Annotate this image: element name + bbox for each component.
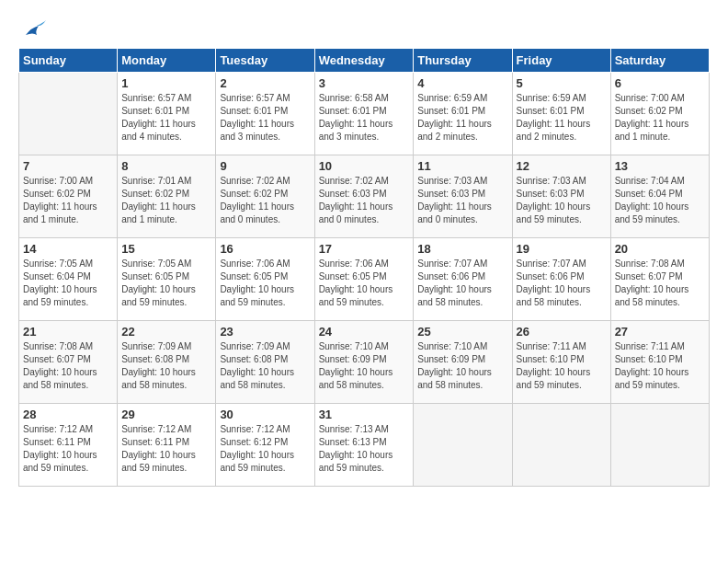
day-of-week-header: Wednesday [314, 49, 414, 73]
calendar-day-cell: 22Sunrise: 7:09 AM Sunset: 6:08 PM Dayli… [118, 321, 216, 404]
day-info: Sunrise: 7:01 AM Sunset: 6:02 PM Dayligh… [121, 175, 211, 226]
calendar-day-cell: 9Sunrise: 7:02 AM Sunset: 6:02 PM Daylig… [216, 155, 314, 238]
calendar-day-cell: 10Sunrise: 7:02 AM Sunset: 6:03 PM Dayli… [314, 155, 414, 238]
day-info: Sunrise: 7:00 AM Sunset: 6:02 PM Dayligh… [23, 175, 113, 226]
day-info: Sunrise: 7:02 AM Sunset: 6:03 PM Dayligh… [319, 175, 410, 226]
day-number: 28 [23, 408, 113, 421]
day-of-week-header: Saturday [610, 49, 709, 73]
day-number: 13 [615, 159, 705, 173]
calendar-day-cell: 12Sunrise: 7:03 AM Sunset: 6:03 PM Dayli… [512, 155, 610, 238]
calendar-week-row: 7Sunrise: 7:00 AM Sunset: 6:02 PM Daylig… [19, 155, 710, 238]
day-info: Sunrise: 7:03 AM Sunset: 6:03 PM Dayligh… [517, 175, 607, 226]
calendar-day-cell: 19Sunrise: 7:07 AM Sunset: 6:06 PM Dayli… [512, 238, 610, 321]
day-number: 15 [121, 242, 211, 256]
calendar-week-row: 1Sunrise: 6:57 AM Sunset: 6:01 PM Daylig… [19, 73, 710, 155]
day-info: Sunrise: 7:06 AM Sunset: 6:05 PM Dayligh… [319, 258, 410, 309]
calendar-week-row: 14Sunrise: 7:05 AM Sunset: 6:04 PM Dayli… [19, 238, 710, 321]
calendar-day-cell: 4Sunrise: 6:59 AM Sunset: 6:01 PM Daylig… [414, 73, 512, 155]
calendar-day-cell: 15Sunrise: 7:05 AM Sunset: 6:05 PM Dayli… [118, 238, 216, 321]
day-number: 27 [615, 325, 705, 339]
day-info: Sunrise: 6:59 AM Sunset: 6:01 PM Dayligh… [517, 92, 607, 144]
day-number: 6 [615, 76, 705, 90]
day-of-week-header: Friday [512, 49, 610, 73]
calendar-day-cell: 11Sunrise: 7:03 AM Sunset: 6:03 PM Dayli… [414, 155, 512, 238]
day-info: Sunrise: 7:08 AM Sunset: 6:07 PM Dayligh… [23, 340, 113, 392]
day-info: Sunrise: 7:09 AM Sunset: 6:08 PM Dayligh… [220, 340, 310, 392]
day-number: 20 [615, 242, 705, 256]
calendar-day-cell: 7Sunrise: 7:00 AM Sunset: 6:02 PM Daylig… [19, 155, 118, 238]
day-number: 29 [121, 408, 211, 421]
calendar-day-cell: 17Sunrise: 7:06 AM Sunset: 6:05 PM Dayli… [314, 238, 414, 321]
day-info: Sunrise: 7:10 AM Sunset: 6:09 PM Dayligh… [319, 340, 410, 392]
logo [18, 18, 51, 40]
day-number: 5 [517, 76, 607, 90]
day-number: 21 [23, 325, 113, 339]
day-of-week-header: Tuesday [216, 49, 314, 73]
day-info: Sunrise: 6:57 AM Sunset: 6:01 PM Dayligh… [121, 92, 211, 144]
day-info: Sunrise: 7:09 AM Sunset: 6:08 PM Dayligh… [121, 340, 211, 392]
calendar-day-cell: 8Sunrise: 7:01 AM Sunset: 6:02 PM Daylig… [118, 155, 216, 238]
calendar-day-cell: 29Sunrise: 7:12 AM Sunset: 6:11 PM Dayli… [118, 404, 216, 487]
calendar-day-cell [512, 404, 610, 487]
calendar-day-cell: 16Sunrise: 7:06 AM Sunset: 6:05 PM Dayli… [216, 238, 314, 321]
day-number: 30 [220, 408, 310, 421]
day-number: 9 [220, 159, 310, 173]
calendar-week-row: 21Sunrise: 7:08 AM Sunset: 6:07 PM Dayli… [19, 321, 710, 404]
calendar-day-cell [414, 404, 512, 487]
day-info: Sunrise: 7:00 AM Sunset: 6:02 PM Dayligh… [615, 92, 705, 144]
day-number: 26 [517, 325, 607, 339]
calendar-table: SundayMondayTuesdayWednesdayThursdayFrid… [18, 48, 710, 487]
calendar-day-cell: 21Sunrise: 7:08 AM Sunset: 6:07 PM Dayli… [19, 321, 118, 404]
day-info: Sunrise: 7:03 AM Sunset: 6:03 PM Dayligh… [417, 175, 507, 226]
day-number: 14 [23, 242, 113, 256]
calendar-day-cell: 20Sunrise: 7:08 AM Sunset: 6:07 PM Dayli… [610, 238, 709, 321]
calendar-week-row: 28Sunrise: 7:12 AM Sunset: 6:11 PM Dayli… [19, 404, 710, 487]
day-number: 25 [417, 325, 507, 339]
day-info: Sunrise: 6:59 AM Sunset: 6:01 PM Dayligh… [417, 92, 507, 144]
day-of-week-header: Sunday [19, 49, 118, 73]
calendar-day-cell: 1Sunrise: 6:57 AM Sunset: 6:01 PM Daylig… [118, 73, 216, 155]
day-number: 12 [517, 159, 607, 173]
day-info: Sunrise: 7:02 AM Sunset: 6:02 PM Dayligh… [220, 175, 310, 226]
day-number: 10 [319, 159, 410, 173]
day-info: Sunrise: 7:06 AM Sunset: 6:05 PM Dayligh… [220, 258, 310, 309]
day-info: Sunrise: 7:13 AM Sunset: 6:13 PM Dayligh… [319, 423, 410, 475]
day-number: 4 [417, 76, 507, 90]
day-number: 18 [417, 242, 507, 256]
day-info: Sunrise: 6:57 AM Sunset: 6:01 PM Dayligh… [220, 92, 310, 144]
logo-bird-icon [18, 18, 48, 40]
calendar-day-cell [19, 73, 118, 155]
day-info: Sunrise: 7:12 AM Sunset: 6:12 PM Dayligh… [220, 423, 310, 475]
day-info: Sunrise: 7:07 AM Sunset: 6:06 PM Dayligh… [417, 258, 507, 309]
day-number: 8 [121, 159, 211, 173]
calendar-body: 1Sunrise: 6:57 AM Sunset: 6:01 PM Daylig… [19, 73, 710, 487]
calendar-day-cell: 3Sunrise: 6:58 AM Sunset: 6:01 PM Daylig… [314, 73, 414, 155]
day-info: Sunrise: 7:04 AM Sunset: 6:04 PM Dayligh… [615, 175, 705, 226]
calendar-day-cell: 24Sunrise: 7:10 AM Sunset: 6:09 PM Dayli… [314, 321, 414, 404]
calendar-day-cell: 27Sunrise: 7:11 AM Sunset: 6:10 PM Dayli… [610, 321, 709, 404]
day-info: Sunrise: 6:58 AM Sunset: 6:01 PM Dayligh… [319, 92, 410, 144]
calendar-day-cell: 25Sunrise: 7:10 AM Sunset: 6:09 PM Dayli… [414, 321, 512, 404]
day-of-week-header: Monday [118, 49, 216, 73]
day-info: Sunrise: 7:10 AM Sunset: 6:09 PM Dayligh… [417, 340, 507, 392]
day-number: 2 [220, 76, 310, 90]
day-number: 7 [23, 159, 113, 173]
calendar-day-cell: 6Sunrise: 7:00 AM Sunset: 6:02 PM Daylig… [610, 73, 709, 155]
calendar-day-cell: 28Sunrise: 7:12 AM Sunset: 6:11 PM Dayli… [19, 404, 118, 487]
day-number: 11 [417, 159, 507, 173]
day-info: Sunrise: 7:11 AM Sunset: 6:10 PM Dayligh… [517, 340, 607, 392]
day-number: 31 [319, 408, 410, 421]
day-info: Sunrise: 7:05 AM Sunset: 6:05 PM Dayligh… [121, 258, 211, 309]
day-number: 17 [319, 242, 410, 256]
day-number: 1 [121, 76, 211, 90]
day-number: 3 [319, 76, 410, 90]
calendar-day-cell [610, 404, 709, 487]
page-header [18, 18, 710, 40]
calendar-day-cell: 14Sunrise: 7:05 AM Sunset: 6:04 PM Dayli… [19, 238, 118, 321]
day-info: Sunrise: 7:08 AM Sunset: 6:07 PM Dayligh… [615, 258, 705, 309]
calendar-day-cell: 31Sunrise: 7:13 AM Sunset: 6:13 PM Dayli… [314, 404, 414, 487]
calendar-day-cell: 5Sunrise: 6:59 AM Sunset: 6:01 PM Daylig… [512, 73, 610, 155]
day-info: Sunrise: 7:12 AM Sunset: 6:11 PM Dayligh… [23, 423, 113, 475]
calendar-day-cell: 13Sunrise: 7:04 AM Sunset: 6:04 PM Dayli… [610, 155, 709, 238]
day-of-week-header: Thursday [414, 49, 512, 73]
